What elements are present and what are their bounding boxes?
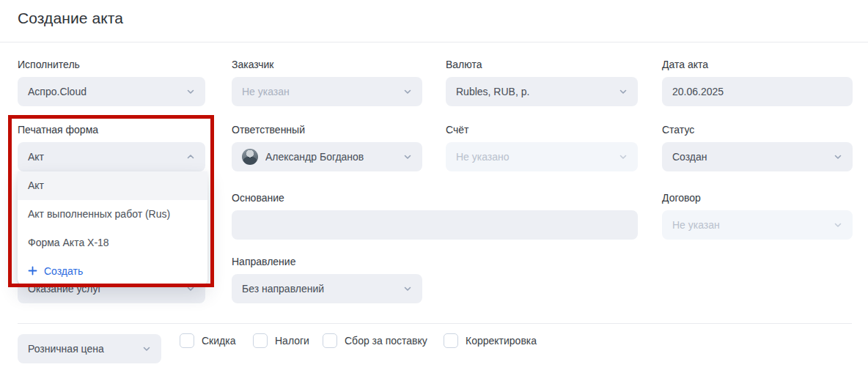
- direction-label: Направление: [232, 256, 295, 267]
- executor-select[interactable]: Аспро.Cloud: [18, 77, 205, 106]
- status-select[interactable]: Создан: [662, 142, 853, 171]
- currency-select[interactable]: Rubles, RUB, р.: [446, 77, 638, 106]
- account-select: Не указано: [446, 142, 638, 171]
- status-label: Статус: [662, 124, 694, 136]
- act-date-label: Дата акта: [662, 59, 708, 70]
- dropdown-create-button[interactable]: Создать: [18, 256, 207, 285]
- dropdown-create-label: Создать: [44, 265, 83, 277]
- chevron-down-icon: [834, 221, 842, 229]
- act-date-field[interactable]: 20.06.2025: [662, 77, 853, 106]
- executor-label: Исполнитель: [18, 59, 80, 70]
- taxes-checkbox[interactable]: [253, 333, 268, 348]
- account-placeholder: Не указано: [456, 151, 613, 163]
- chevron-down-icon: [403, 284, 412, 293]
- chevron-down-icon: [619, 152, 628, 161]
- chevron-down-icon: [186, 284, 195, 293]
- chevron-up-icon: [186, 152, 195, 161]
- delivery-fee-checkbox[interactable]: [323, 333, 337, 348]
- plus-icon: [28, 266, 37, 275]
- basis-label: Основание: [232, 192, 284, 204]
- print-form-label: Печатная форма: [18, 124, 98, 136]
- chevron-down-icon: [142, 344, 151, 353]
- account-label: Счёт: [446, 124, 468, 136]
- discount-checkbox-label: Скидка: [202, 335, 235, 347]
- chevron-down-icon: [834, 152, 842, 161]
- contract-placeholder: Не указан: [672, 219, 828, 231]
- taxes-checkbox-label: Налоги: [275, 335, 309, 347]
- discount-checkbox-row[interactable]: Скидка: [180, 333, 235, 349]
- basis-input[interactable]: [232, 210, 638, 240]
- act-date-value: 20.06.2025: [672, 86, 842, 97]
- print-form-value: Акт: [28, 151, 180, 163]
- page-title: Создание акта: [18, 8, 123, 29]
- section-divider: [18, 323, 852, 324]
- status-value: Создан: [672, 151, 828, 163]
- direction-select[interactable]: Без направлений: [232, 274, 422, 303]
- delivery-fee-checkbox-row[interactable]: Сбор за поставку: [323, 333, 427, 349]
- chevron-down-icon: [403, 87, 412, 96]
- discount-checkbox[interactable]: [180, 333, 194, 348]
- print-form-select[interactable]: Акт: [18, 142, 205, 171]
- delivery-fee-checkbox-label: Сбор за поставку: [345, 335, 427, 347]
- responsible-select[interactable]: Александр Богданов: [232, 142, 422, 171]
- chevron-down-icon: [403, 152, 412, 161]
- print-form-dropdown-menu: Акт Акт выполненных работ (Rus) Форма Ак…: [18, 171, 207, 285]
- adjustment-checkbox-label: Корректировка: [466, 335, 537, 347]
- price-type-select[interactable]: Розничная цена: [18, 334, 161, 363]
- customer-select[interactable]: Не указан: [232, 77, 422, 106]
- chevron-down-icon: [619, 87, 628, 96]
- dropdown-option-akt[interactable]: Акт: [18, 171, 207, 200]
- avatar: [242, 149, 258, 165]
- chevron-down-icon: [186, 87, 195, 96]
- taxes-checkbox-row[interactable]: Налоги: [253, 333, 309, 349]
- currency-value: Rubles, RUB, р.: [456, 86, 613, 97]
- responsible-label: Ответственный: [232, 124, 305, 136]
- customer-placeholder: Не указан: [242, 86, 397, 97]
- responsible-value: Александр Богданов: [265, 151, 397, 163]
- act-creation-page: Создание акта Исполнитель Заказчик Валют…: [0, 0, 868, 370]
- customer-label: Заказчик: [232, 59, 274, 70]
- adjustment-checkbox-row[interactable]: Корректировка: [444, 333, 537, 349]
- executor-value: Аспро.Cloud: [28, 86, 180, 97]
- currency-label: Валюта: [446, 59, 482, 70]
- adjustment-checkbox[interactable]: [444, 333, 458, 348]
- contract-select: Не указан: [662, 210, 853, 240]
- header-divider: [0, 42, 868, 42]
- direction-value: Без направлений: [242, 283, 397, 295]
- dropdown-option-akt-vypolnennyh-rabot[interactable]: Акт выполненных работ (Rus): [18, 200, 207, 229]
- contract-label: Договор: [662, 192, 701, 204]
- dropdown-option-forma-akta-x18[interactable]: Форма Акта X-18: [18, 229, 207, 257]
- price-type-value: Розничная цена: [28, 343, 136, 355]
